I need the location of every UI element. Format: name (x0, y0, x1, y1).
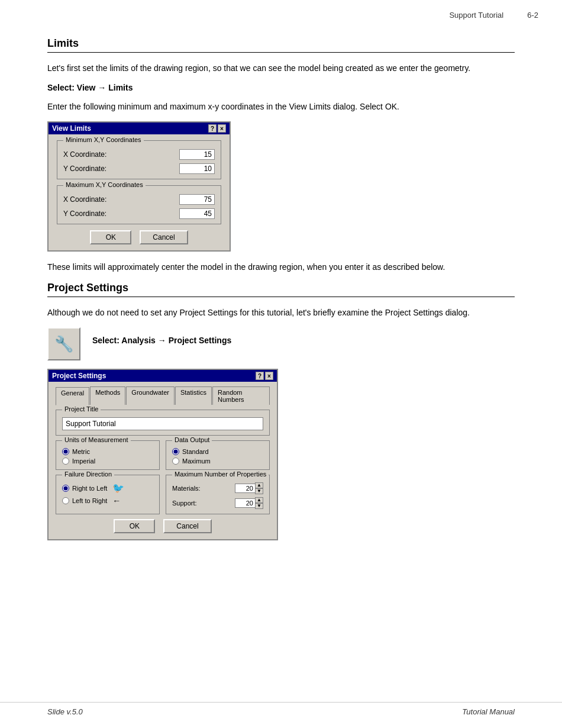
max-x-label: X Coordinate: (63, 195, 106, 204)
bird-icon: 🐦 (112, 482, 124, 494)
limits-heading: Limits (47, 37, 515, 53)
metric-label: Metric (72, 448, 90, 455)
metric-row: Metric (62, 448, 153, 455)
min-y-row: Y Coordinate: (63, 163, 215, 174)
imperial-label: Imperial (72, 458, 95, 465)
standard-radio[interactable] (172, 448, 179, 455)
limits-paragraph3: These limits will approximately center t… (47, 261, 515, 273)
tab-random-numbers[interactable]: Random Numbers (212, 386, 270, 405)
project-settings-tabs: General Methods Groundwater Statistics R… (56, 386, 270, 405)
right-to-left-radio[interactable] (62, 485, 69, 492)
standard-row: Standard (172, 448, 263, 455)
left-to-right-label: Left to Right (72, 497, 107, 504)
units-data-row: Units of Measurement Metric Imperial Dat… (56, 440, 270, 470)
limits-select-instruction: Select: View → Limits (47, 83, 515, 92)
materials-down-btn[interactable]: ▼ (255, 488, 263, 494)
max-y-label: Y Coordinate: (63, 210, 106, 218)
view-limits-cancel-btn[interactable]: Cancel (140, 230, 188, 244)
standard-label: Standard (182, 448, 209, 455)
units-group: Units of Measurement Metric Imperial (56, 440, 160, 470)
support-spinner-btns: ▲ ▼ (255, 497, 263, 509)
tab-methods[interactable]: Methods (90, 386, 125, 405)
data-output-legend: Data Output (172, 436, 212, 443)
main-content: Limits Let's first set the limits of the… (0, 20, 562, 585)
left-to-right-radio[interactable] (62, 497, 69, 504)
failure-maxprop-row: Failure Direction Right to Left 🐦 Left t… (56, 475, 270, 514)
metric-radio[interactable] (62, 448, 69, 455)
materials-up-btn[interactable]: ▲ (255, 482, 263, 488)
support-spinner: ▲ ▼ (235, 497, 263, 509)
header-page-number: 6-2 (527, 11, 538, 20)
max-properties-group: Maximum Number of Properties Materials: … (166, 475, 270, 514)
view-limits-buttons: OK Cancel (57, 230, 221, 244)
data-output-group: Data Output Standard Maximum (166, 440, 270, 470)
min-group-legend: Minimum X,Y Coordinates (63, 136, 144, 143)
wrench-icon-box: 🔧 (47, 327, 80, 360)
view-limits-title-bar: View Limits ? × (49, 123, 230, 134)
imperial-radio[interactable] (62, 458, 69, 465)
left-arrow-icon: ← (112, 496, 121, 505)
view-limits-dialog-wrapper: View Limits ? × Minimum X,Y Coordinates … (47, 121, 515, 252)
view-limits-ok-btn[interactable]: OK (90, 230, 131, 244)
materials-label: Materials: (172, 485, 201, 492)
project-settings-dialog: Project Settings ? × General Methods Gro… (47, 369, 278, 540)
header-section: Support Tutorial (449, 11, 503, 20)
project-settings-help-btn[interactable]: ? (256, 372, 264, 380)
page-footer: Slide v.5.0 Tutorial Manual (0, 702, 562, 716)
tab-groundwater[interactable]: Groundwater (126, 386, 175, 405)
footer-right: Tutorial Manual (462, 707, 515, 716)
view-limits-title: View Limits (52, 124, 91, 133)
support-input[interactable] (235, 498, 255, 508)
project-settings-paragraph1: Although we do not need to set any Proje… (47, 307, 515, 319)
maximum-radio[interactable] (172, 458, 179, 465)
maximum-row: Maximum (172, 458, 263, 465)
project-title-group: Project Title (56, 410, 270, 436)
left-to-right-row: Left to Right ← (62, 496, 153, 505)
view-limits-controls: ? × (208, 124, 226, 133)
project-settings-controls: ? × (256, 372, 273, 380)
support-down-btn[interactable]: ▼ (255, 503, 263, 509)
project-settings-title: Project Settings (52, 372, 106, 380)
wrench-icon: 🔧 (54, 335, 73, 353)
right-to-left-row: Right to Left 🐦 (62, 482, 153, 494)
max-x-input[interactable] (179, 194, 215, 205)
maximum-label: Maximum (182, 458, 211, 465)
imperial-row: Imperial (62, 458, 153, 465)
support-up-btn[interactable]: ▲ (255, 497, 263, 503)
project-title-input[interactable] (62, 417, 263, 430)
support-spinner-row: Support: ▲ ▼ (172, 497, 263, 509)
project-settings-body: General Methods Groundwater Statistics R… (49, 382, 277, 539)
min-x-label: X Coordinate: (63, 150, 106, 159)
page-header: Support Tutorial 6-2 (0, 0, 562, 20)
max-y-input[interactable] (179, 208, 215, 219)
project-settings-select-instruction: Select: Analysis → Project Settings (92, 336, 231, 345)
project-title-legend: Project Title (62, 405, 101, 413)
project-settings-ok-btn[interactable]: OK (114, 519, 155, 533)
limits-paragraph2: Enter the following minimum and maximum … (47, 101, 515, 113)
project-settings-close-btn[interactable]: × (265, 372, 273, 380)
footer-left: Slide v.5.0 (47, 707, 83, 716)
failure-direction-group: Failure Direction Right to Left 🐦 Left t… (56, 475, 160, 514)
tab-general[interactable]: General (56, 387, 89, 405)
min-x-input[interactable] (179, 149, 215, 160)
min-coordinates-group: Minimum X,Y Coordinates X Coordinate: Y … (57, 140, 221, 179)
support-label: Support: (172, 500, 197, 507)
materials-spinner: ▲ ▼ (235, 482, 263, 494)
min-y-label: Y Coordinate: (63, 165, 106, 173)
max-properties-legend: Maximum Number of Properties (172, 471, 269, 478)
min-y-input[interactable] (179, 163, 215, 174)
project-settings-cancel-btn[interactable]: Cancel (163, 519, 211, 533)
max-x-row: X Coordinate: (63, 194, 215, 205)
materials-input[interactable] (235, 484, 255, 493)
tab-statistics[interactable]: Statistics (175, 386, 212, 405)
project-settings-heading: Project Settings (47, 282, 515, 297)
right-to-left-label: Right to Left (72, 485, 107, 492)
view-limits-body: Minimum X,Y Coordinates X Coordinate: Y … (49, 134, 230, 250)
max-coordinates-group: Maximum X,Y Coordinates X Coordinate: Y … (57, 185, 221, 224)
max-group-legend: Maximum X,Y Coordinates (63, 181, 146, 188)
limits-paragraph1: Let's first set the limits of the drawin… (47, 62, 515, 75)
view-limits-close-btn[interactable]: × (218, 124, 226, 133)
project-settings-buttons: OK Cancel (56, 519, 270, 533)
project-settings-title-bar: Project Settings ? × (49, 370, 277, 382)
view-limits-help-btn[interactable]: ? (208, 124, 217, 133)
